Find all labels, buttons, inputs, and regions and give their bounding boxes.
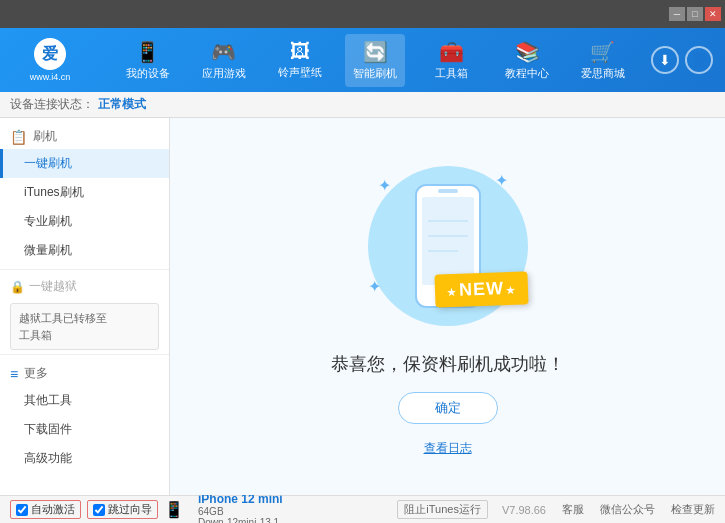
bottom-left: 自动激活 跳过向导 📱 iPhone 12 mini 64GB Down-12m…: [10, 492, 387, 524]
tutorial-nav-label: 教程中心: [505, 66, 549, 81]
wallpaper-nav-label: 铃声壁纸: [278, 65, 322, 80]
logo-icon: 爱: [34, 38, 66, 70]
nav-item-store[interactable]: 🛒 爱思商城: [573, 34, 633, 87]
sidebar-item-one-key-flash[interactable]: 一键刷机: [0, 149, 169, 178]
nav-item-toolbox[interactable]: 🧰 工具箱: [421, 34, 481, 87]
close-button[interactable]: ✕: [705, 7, 721, 21]
header: 爱 www.i4.cn 📱 我的设备 🎮 应用游戏 🖼 铃声壁纸 🔄 智能刷机 …: [0, 28, 725, 92]
auto-activate-label: 自动激活: [31, 502, 75, 517]
sidebar-item-download-firmware[interactable]: 下载固件: [0, 415, 169, 444]
auto-activate-checkbox[interactable]: 自动激活: [10, 500, 81, 519]
nav-item-wallpaper[interactable]: 🖼 铃声壁纸: [270, 34, 330, 86]
wechat-link[interactable]: 微信公众号: [600, 502, 655, 517]
bottom-right: V7.98.66 客服 微信公众号 检查更新: [502, 502, 715, 517]
more-section-icon: ≡: [10, 366, 18, 382]
status-label: 设备连接状态：: [10, 96, 94, 113]
lock-icon: 🔒: [10, 280, 25, 294]
stop-itunes-button[interactable]: 阻止iTunes运行: [397, 500, 488, 519]
logo-area[interactable]: 爱 www.i4.cn: [0, 28, 100, 92]
sidebar: 📋 刷机 一键刷机 iTunes刷机 专业刷机 微量刷机 🔒 一键越狱 越狱工具…: [0, 118, 170, 495]
sparkle-1: ✦: [378, 176, 391, 195]
version-text: V7.98.66: [502, 504, 546, 516]
sparkle-2: ✦: [495, 171, 508, 190]
title-bar: ─ □ ✕: [0, 0, 725, 28]
tutorial-nav-icon: 📚: [515, 40, 540, 64]
nav-item-my-device[interactable]: 📱 我的设备: [118, 34, 178, 87]
bottom-bar: 自动激活 跳过向导 📱 iPhone 12 mini 64GB Down-12m…: [0, 495, 725, 523]
nav-item-tutorial[interactable]: 📚 教程中心: [497, 34, 557, 87]
smart-flash-nav-label: 智能刷机: [353, 66, 397, 81]
toolbox-nav-icon: 🧰: [439, 40, 464, 64]
wallpaper-nav-icon: 🖼: [290, 40, 310, 63]
store-nav-label: 爱思商城: [581, 66, 625, 81]
sidebar-item-micro-flash[interactable]: 微量刷机: [0, 236, 169, 265]
sidebar-more-section: ≡ 更多: [0, 359, 169, 386]
device-model: Down-12mini-13,1: [198, 517, 283, 524]
nav-item-apps[interactable]: 🎮 应用游戏: [194, 34, 254, 87]
svg-rect-1: [422, 197, 474, 285]
customer-service-link[interactable]: 客服: [562, 502, 584, 517]
skip-wizard-label: 跳过向导: [108, 502, 152, 517]
tour-link[interactable]: 查看日志: [424, 440, 472, 457]
nav-item-smart-flash[interactable]: 🔄 智能刷机: [345, 34, 405, 87]
sidebar-notice: 越狱工具已转移至工具箱: [10, 303, 159, 350]
svg-rect-3: [438, 189, 458, 193]
sparkle-3: ✦: [368, 277, 381, 296]
notice-text: 越狱工具已转移至工具箱: [19, 312, 107, 341]
minimize-button[interactable]: ─: [669, 7, 685, 21]
sidebar-divider-2: [0, 354, 169, 355]
sidebar-item-other-tools[interactable]: 其他工具: [0, 386, 169, 415]
content-area: ✦ ✦ ✦ NEW: [170, 118, 725, 495]
status-bar: 设备连接状态： 正常模式: [0, 92, 725, 118]
main-layout: 📋 刷机 一键刷机 iTunes刷机 专业刷机 微量刷机 🔒 一键越狱 越狱工具…: [0, 118, 725, 495]
sidebar-item-pro-flash[interactable]: 专业刷机: [0, 207, 169, 236]
download-button[interactable]: ⬇: [651, 46, 679, 74]
sidebar-flash-section: 📋 刷机: [0, 122, 169, 149]
device-icon: 📱: [164, 500, 184, 519]
confirm-button[interactable]: 确定: [398, 392, 498, 424]
logo-text: www.i4.cn: [30, 72, 71, 82]
new-badge: NEW: [434, 271, 528, 307]
maximize-button[interactable]: □: [687, 7, 703, 21]
nav-bar: 📱 我的设备 🎮 应用游戏 🖼 铃声壁纸 🔄 智能刷机 🧰 工具箱 📚 教程中心…: [100, 28, 651, 92]
device-nav-icon: 📱: [135, 40, 160, 64]
success-card: ✦ ✦ ✦ NEW: [331, 156, 565, 457]
device-info: iPhone 12 mini 64GB Down-12mini-13,1: [198, 492, 283, 524]
check-update-link[interactable]: 检查更新: [671, 502, 715, 517]
store-nav-icon: 🛒: [590, 40, 615, 64]
apps-nav-icon: 🎮: [211, 40, 236, 64]
device-storage: 64GB: [198, 506, 283, 517]
sidebar-item-itunes-flash[interactable]: iTunes刷机: [0, 178, 169, 207]
auto-activate-input[interactable]: [16, 504, 28, 516]
skip-wizard-checkbox[interactable]: 跳过向导: [87, 500, 158, 519]
device-nav-label: 我的设备: [126, 66, 170, 81]
status-value: 正常模式: [98, 96, 146, 113]
window-controls: ─ □ ✕: [669, 7, 721, 21]
phone-illustration: ✦ ✦ ✦ NEW: [358, 156, 538, 336]
flash-section-icon: 📋: [10, 129, 27, 145]
sidebar-locked-item: 🔒 一键越狱: [0, 274, 169, 299]
more-section-label: 更多: [24, 365, 48, 382]
sidebar-item-advanced[interactable]: 高级功能: [0, 444, 169, 473]
sidebar-divider-1: [0, 269, 169, 270]
skip-wizard-input[interactable]: [93, 504, 105, 516]
nav-right-controls: ⬇ 👤: [651, 46, 725, 74]
smart-flash-nav-icon: 🔄: [363, 40, 388, 64]
flash-section-label: 刷机: [33, 128, 57, 145]
apps-nav-label: 应用游戏: [202, 66, 246, 81]
user-button[interactable]: 👤: [685, 46, 713, 74]
toolbox-nav-label: 工具箱: [435, 66, 468, 81]
locked-label: 一键越狱: [29, 278, 77, 295]
success-title: 恭喜您，保资料刷机成功啦！: [331, 352, 565, 376]
